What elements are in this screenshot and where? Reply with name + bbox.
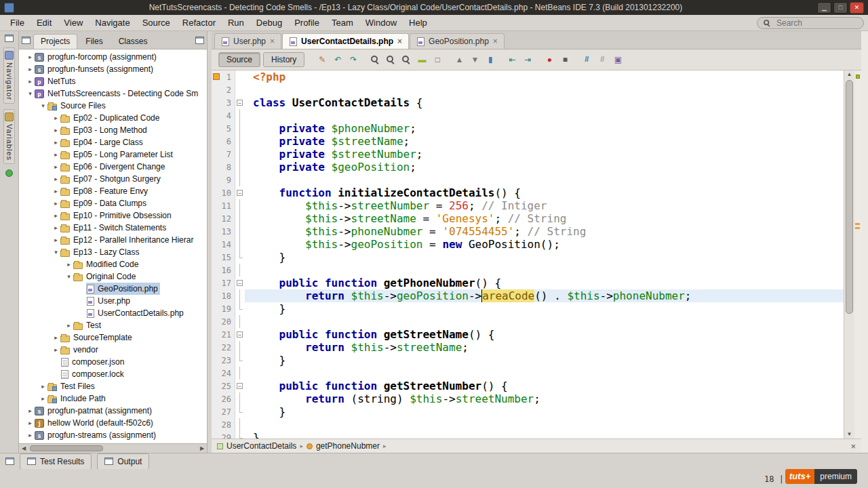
shift-line-right-icon[interactable]: ⇥ bbox=[521, 53, 534, 66]
menu-item-team[interactable]: Team bbox=[326, 16, 359, 30]
tree-item-composer-json[interactable]: composer.json bbox=[19, 356, 207, 368]
expand-icon[interactable]: ▸ bbox=[52, 124, 60, 136]
gutter-line[interactable]: 1 bbox=[212, 70, 235, 83]
dock-tab-navigator[interactable]: Navigator bbox=[3, 47, 15, 104]
code-line[interactable] bbox=[245, 367, 844, 380]
scroll-up-icon[interactable]: ▲ bbox=[847, 70, 852, 79]
menu-item-edit[interactable]: Edit bbox=[31, 16, 58, 30]
gutter-line[interactable]: 2 bbox=[212, 83, 235, 96]
code-line[interactable]: } bbox=[245, 354, 844, 367]
fold-toggle-icon[interactable] bbox=[235, 380, 245, 392]
code-line[interactable]: return (string) $this->streetNumber; bbox=[245, 392, 844, 405]
expand-icon[interactable]: ▸ bbox=[52, 209, 60, 222]
line-number-gutter[interactable]: 1234567891011121314151617181920212223242… bbox=[212, 70, 235, 439]
code-text-area[interactable]: <?phpclass UserContactDetails { private … bbox=[245, 70, 844, 439]
code-line[interactable] bbox=[245, 83, 844, 96]
tree-item-ep12-parallel-inheritance-hierar[interactable]: ▸Ep12 - Parallel Inheritance Hierar bbox=[19, 234, 207, 246]
tree-item-progfun-patmat-assignment[interactable]: ▸progfun-patmat (assignment) bbox=[19, 405, 207, 417]
editor-tab-geoposition-php[interactable]: GeoPosition.php× bbox=[410, 33, 505, 49]
menu-item-help[interactable]: Help bbox=[403, 16, 433, 30]
gutter-line[interactable]: 17 bbox=[212, 277, 235, 289]
gutter-line[interactable]: 9 bbox=[212, 174, 235, 186]
expand-icon[interactable]: ▸ bbox=[52, 222, 60, 234]
code-line[interactable] bbox=[245, 315, 844, 328]
expand-icon[interactable]: ▸ bbox=[39, 380, 47, 392]
comment-icon[interactable]: // bbox=[580, 53, 593, 66]
tab-files[interactable]: Files bbox=[78, 34, 110, 49]
tree-item-ep05-long-parameter-list[interactable]: ▸Ep05 - Long Parameter List bbox=[19, 148, 207, 161]
tree-item-ep07-shotgun-surgery[interactable]: ▸Ep07 - Shotgun Surgery bbox=[19, 173, 207, 185]
history-view-button[interactable]: History bbox=[263, 52, 304, 67]
menu-item-run[interactable]: Run bbox=[222, 16, 250, 30]
code-line[interactable] bbox=[245, 174, 844, 186]
tree-item-hellow-world-default-f502c6[interactable]: ▸hellow World (default-f502c6) bbox=[19, 417, 207, 429]
tree-item-ep13-lazy-class[interactable]: ▾Ep13 - Lazy Class bbox=[19, 246, 207, 258]
dock-tab-variables[interactable]: Variables bbox=[3, 109, 15, 164]
gutter-line[interactable]: 12 bbox=[212, 212, 235, 225]
back-icon[interactable]: ↶ bbox=[331, 53, 344, 66]
menu-item-profile[interactable]: Profile bbox=[288, 16, 326, 30]
collapse-icon[interactable]: ▾ bbox=[52, 246, 60, 258]
breadcrumb-item-getphonenubmer[interactable]: getPhoneNubmer bbox=[307, 441, 380, 451]
start-macro-recording-icon[interactable]: ● bbox=[542, 53, 556, 66]
tree-item-ep11-switch-statements[interactable]: ▸Ep11 - Switch Statements bbox=[19, 222, 207, 234]
error-stripe-mark[interactable] bbox=[855, 223, 860, 225]
tree-item-nettuts[interactable]: ▸NetTuts bbox=[19, 75, 207, 87]
tree-item-original-code[interactable]: ▾Original Code bbox=[19, 270, 207, 283]
panel-dock-icon[interactable] bbox=[22, 37, 31, 44]
window-group-icon[interactable] bbox=[5, 458, 14, 465]
code-line[interactable]: $this->streetNumber = 256; // Intiger bbox=[245, 199, 844, 212]
uncomment-icon[interactable]: // bbox=[595, 53, 609, 66]
editor-vertical-scrollbar[interactable]: ▲ ▼ bbox=[844, 70, 854, 439]
code-line[interactable]: } bbox=[245, 251, 844, 264]
forward-icon[interactable]: ↷ bbox=[347, 53, 360, 66]
tree-item-ep02-duplicated-code[interactable]: ▸Ep02 - Duplicated Code bbox=[19, 112, 207, 124]
menu-item-file[interactable]: File bbox=[4, 16, 31, 30]
tree-item-test-files[interactable]: ▸Test Files bbox=[19, 380, 207, 392]
fold-toggle-icon[interactable] bbox=[235, 277, 245, 289]
close-tab-icon[interactable]: × bbox=[397, 37, 402, 45]
gutter-line[interactable]: 7 bbox=[212, 148, 235, 161]
shift-line-left-icon[interactable]: ⇤ bbox=[505, 53, 519, 66]
expand-icon[interactable]: ▸ bbox=[52, 136, 60, 148]
collapse-icon[interactable]: ▾ bbox=[26, 87, 35, 100]
tree-item-ep08-feature-envy[interactable]: ▸Ep08 - Feature Envy bbox=[19, 185, 207, 197]
tree-item-progfun-funsets-assignment[interactable]: ▸progfun-funsets (assignment) bbox=[19, 63, 207, 75]
tree-item-usercontactdetails-php[interactable]: UserContactDetails.php bbox=[19, 307, 207, 319]
gutter-line[interactable]: 15 bbox=[212, 251, 235, 264]
bottom-tab-test-results[interactable]: Test Results bbox=[20, 453, 92, 470]
scroll-thumb[interactable] bbox=[30, 445, 103, 451]
fold-toggle-icon[interactable] bbox=[235, 186, 245, 199]
expand-icon[interactable]: ▸ bbox=[64, 319, 73, 331]
menu-item-navigate[interactable]: Navigate bbox=[89, 16, 136, 30]
tree-item-ep06-divergent-change[interactable]: ▸Ep06 - Divergent Change bbox=[19, 161, 207, 173]
tree-item-progfun-forcomp-assignment[interactable]: ▸progfun-forcomp (assignment) bbox=[19, 51, 207, 63]
code-line[interactable]: } bbox=[245, 405, 844, 418]
expand-icon[interactable]: ▸ bbox=[52, 234, 60, 246]
inspect-members-icon[interactable]: ▣ bbox=[611, 53, 625, 66]
gutter-line[interactable]: 3 bbox=[212, 96, 235, 109]
breadcrumb-item-usercontactdetails[interactable]: UserContactDetails bbox=[217, 441, 296, 451]
search-input[interactable] bbox=[775, 18, 854, 28]
code-line[interactable]: private $streetName; bbox=[245, 135, 844, 148]
tree-item-ep09-data-clumps[interactable]: ▸Ep09 - Data Clumps bbox=[19, 197, 207, 209]
code-line[interactable]: public function getPhoneNubmer() { bbox=[245, 277, 844, 289]
gutter-line[interactable]: 4 bbox=[212, 109, 235, 122]
menu-item-debug[interactable]: Debug bbox=[250, 16, 288, 30]
tree-item-geoposition-php[interactable]: GeoPosition.php bbox=[19, 283, 207, 295]
code-line[interactable]: <?php bbox=[245, 70, 844, 83]
bottom-tab-output[interactable]: Output bbox=[97, 453, 149, 470]
gutter-line[interactable]: 13 bbox=[212, 225, 235, 238]
expand-icon[interactable]: ▸ bbox=[52, 112, 60, 124]
scroll-down-icon[interactable]: ▼ bbox=[847, 430, 852, 439]
tree-horizontal-scrollbar[interactable]: ◀ ▶ bbox=[19, 443, 207, 453]
expand-icon[interactable]: ▸ bbox=[52, 173, 60, 185]
code-line[interactable]: class UserContactDetails { bbox=[245, 96, 844, 109]
code-line[interactable]: private $geoPosition; bbox=[245, 161, 844, 174]
stop-macro-recording-icon[interactable]: ■ bbox=[558, 53, 572, 66]
code-line[interactable]: $this->geoPosition = new GeoPosition(); bbox=[245, 238, 844, 251]
expand-icon[interactable]: ▸ bbox=[26, 63, 35, 75]
expand-icon[interactable]: ▸ bbox=[52, 197, 60, 209]
code-line[interactable] bbox=[245, 418, 844, 431]
gutter-line[interactable]: 11 bbox=[212, 199, 235, 212]
